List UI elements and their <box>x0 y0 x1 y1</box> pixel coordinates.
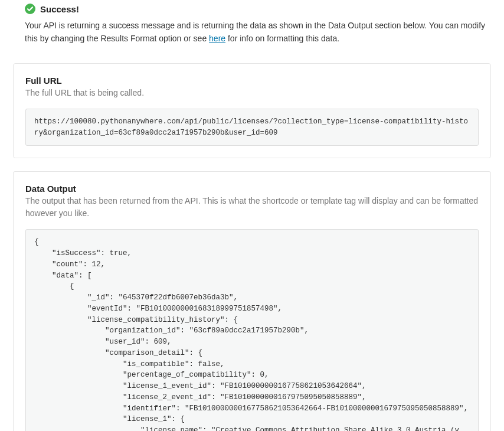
success-title: Success! <box>40 4 79 14</box>
data-output-json[interactable]: { "isSuccess": true, "count": 12, "data"… <box>25 229 479 431</box>
checkmark-circle-icon <box>25 4 35 14</box>
full-url-panel: Full URL The full URL that is being call… <box>13 63 491 159</box>
data-output-panel: Data Output The output that has been ret… <box>13 171 491 431</box>
success-message: Your API is returning a success message … <box>25 19 491 45</box>
data-output-title: Data Output <box>14 172 490 195</box>
success-message-block: Your API is returning a success message … <box>0 19 504 50</box>
data-output-description: The output that has been returned from t… <box>14 195 490 229</box>
full-url-value[interactable]: https://100080.pythonanywhere.com/api/pu… <box>25 109 479 146</box>
success-header: Success! <box>0 0 504 19</box>
success-message-after: for info on formatting this data. <box>225 34 339 43</box>
full-url-description: The full URL that is being called. <box>14 87 490 109</box>
full-url-title: Full URL <box>14 64 490 87</box>
success-help-link[interactable]: here <box>209 34 225 43</box>
